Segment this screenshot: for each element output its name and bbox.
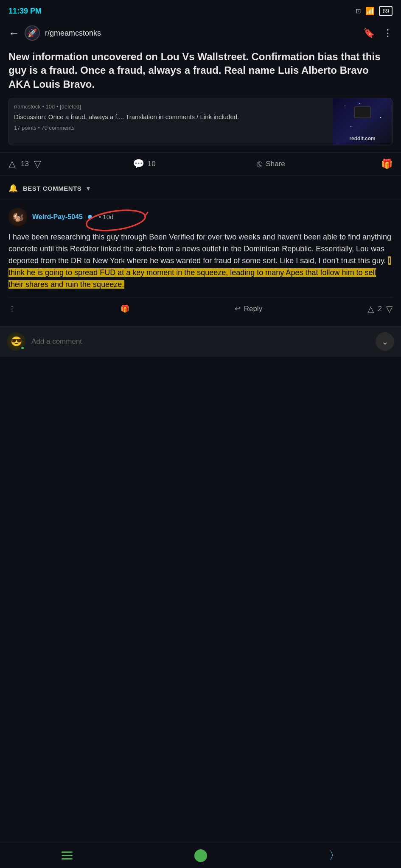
comment-award-button[interactable]: 🎁 — [121, 304, 129, 313]
bookmark-icon[interactable]: 🔖 — [363, 28, 375, 39]
linked-post-stats: 17 points • 70 comments — [14, 125, 328, 131]
nav-left: ← 🚀 r/gmeamcstonks — [8, 25, 101, 41]
comment-username[interactable]: Weird-Pay-5045 — [32, 213, 83, 221]
award-button[interactable]: 🎁 — [381, 159, 393, 170]
comment-time: • 10d — [95, 211, 118, 222]
linked-post-text: Discussion: Once a fraud, always a f....… — [14, 112, 328, 121]
linked-post-card[interactable]: r/amcstock • 10d • [deleted] Discussion:… — [8, 98, 393, 145]
share-label: Share — [266, 160, 285, 168]
status-bar: 11:39 PM ⊡ 📶 89 — [0, 0, 401, 21]
share-button[interactable]: ⎋ Share — [257, 159, 381, 170]
nav-bar: ← 🚀 r/gmeamcstonks 🔖 ⋮ — [0, 21, 401, 45]
sort-label: BEST COMMENTS — [23, 185, 81, 192]
reply-button[interactable]: ↩ Reply — [235, 304, 262, 313]
add-comment-bar: 😎 Add a comment ⌄ — [0, 326, 401, 357]
back-chevron-icon: 〉 — [329, 848, 340, 863]
award-icon: 🎁 — [381, 159, 393, 170]
sort-chevron-icon[interactable]: ▾ — [87, 184, 90, 192]
reply-label: Reply — [244, 305, 262, 313]
comment-header: 🐿️ Weird-Pay-5045 • 10d — [8, 208, 393, 226]
comment-more-button[interactable]: ⋮ — [8, 304, 16, 313]
comment-downvote-icon[interactable]: ▽ — [386, 304, 393, 314]
reply-icon: ↩ — [235, 304, 241, 313]
status-time: 11:39 PM — [8, 7, 42, 16]
subreddit-name: r/gmeamcstonks — [45, 29, 101, 38]
more-icon: ⋮ — [8, 304, 16, 313]
thumbnail-screen — [354, 106, 371, 118]
sim-icon: ⊡ — [356, 7, 361, 15]
wifi-icon: 📶 — [365, 6, 375, 16]
comment-vote-count: 2 — [378, 305, 382, 313]
comment-container: 🐿️ Weird-Pay-5045 • 10d I have been rese… — [0, 200, 401, 321]
upvote-icon[interactable]: △ — [8, 159, 16, 170]
home-circle-icon — [194, 849, 207, 862]
comment-time-badge: • 10d — [88, 213, 118, 221]
nav-back-button[interactable]: 〉 — [324, 845, 345, 866]
nav-home-button[interactable] — [190, 845, 211, 866]
comment-text-plain: I have been researching this guy through… — [8, 233, 391, 265]
comment-body: I have been researching this guy through… — [8, 231, 393, 290]
action-bar: △ 13 ▽ 💬 10 ⎋ Share 🎁 — [0, 152, 401, 176]
vote-section[interactable]: △ 13 ▽ — [8, 159, 133, 170]
comment-vote: △ 2 ▽ — [367, 304, 393, 314]
scroll-down-button[interactable]: ⌄ — [376, 332, 394, 351]
comment-avatar: 🐿️ — [8, 208, 27, 226]
svg-line-1 — [145, 212, 148, 217]
nav-menu-button[interactable] — [56, 845, 78, 866]
downvote-icon[interactable]: ▽ — [34, 159, 41, 170]
comments-button[interactable]: 💬 10 — [133, 159, 257, 170]
current-user-avatar: 😎 — [7, 332, 25, 351]
linked-post-thumbnail: reddit.com — [333, 98, 392, 145]
comment-award-icon: 🎁 — [121, 304, 129, 313]
linked-post-content: r/amcstock • 10d • [deleted] Discussion:… — [9, 98, 333, 145]
comment-actions: ⋮ 🎁 ↩ Reply △ 2 ▽ — [8, 298, 393, 322]
share-icon: ⎋ — [257, 159, 262, 170]
comments-count: 10 — [148, 160, 156, 168]
battery-icon: 89 — [379, 6, 393, 16]
status-icons: ⊡ 📶 89 — [356, 6, 393, 16]
more-options-icon[interactable]: ⋮ — [383, 28, 393, 39]
chevron-down-icon: ⌄ — [381, 337, 389, 347]
comment-input[interactable]: Add a comment — [31, 337, 370, 346]
upvote-count: 13 — [21, 160, 29, 168]
sort-icon: 🔔 — [8, 184, 18, 193]
post-title: New information uncovered on Lou Vs Wall… — [0, 45, 401, 98]
verified-dot — [88, 215, 92, 219]
online-dot — [20, 346, 25, 350]
subreddit-icon: 🚀 — [25, 25, 40, 41]
back-button[interactable]: ← — [8, 27, 20, 40]
hamburger-icon — [62, 851, 73, 860]
nav-right: 🔖 ⋮ — [363, 28, 393, 39]
thumbnail-domain: reddit.com — [333, 136, 392, 142]
linked-post-meta: r/amcstock • 10d • [deleted] — [14, 103, 328, 110]
comment-upvote-icon[interactable]: △ — [367, 304, 374, 314]
comments-header[interactable]: 🔔 BEST COMMENTS ▾ — [0, 176, 401, 200]
comment-icon: 💬 — [133, 159, 144, 170]
bottom-nav: 〉 — [0, 843, 401, 868]
